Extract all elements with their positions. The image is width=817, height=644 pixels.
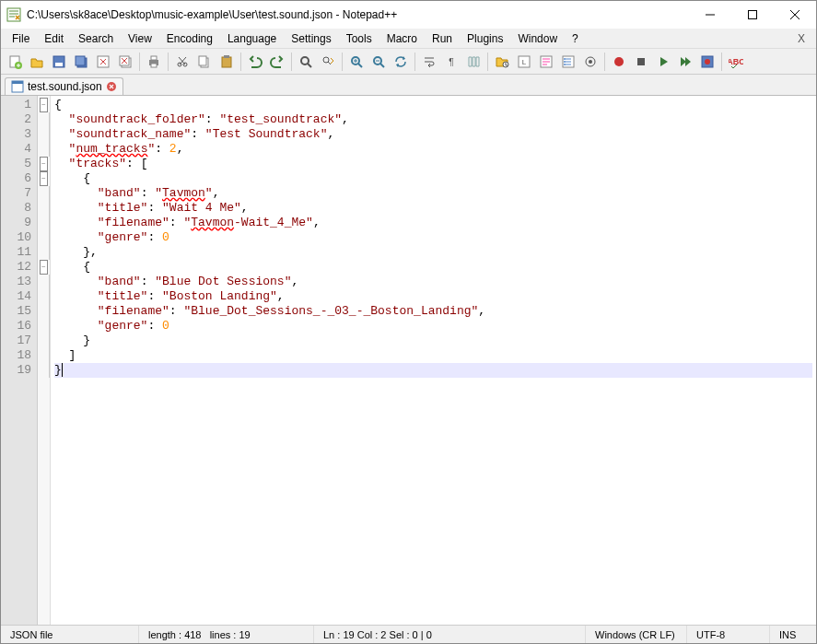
menu-close-x[interactable]: X: [790, 30, 812, 47]
minimize-button[interactable]: [689, 1, 731, 29]
fold-marker[interactable]: −: [38, 157, 50, 171]
fold-marker[interactable]: [38, 216, 50, 230]
line-number[interactable]: 10: [1, 230, 31, 245]
fold-marker[interactable]: [38, 348, 50, 363]
line-number[interactable]: 1: [1, 98, 31, 112]
toolbar-folder-icon[interactable]: [492, 52, 512, 72]
code-line[interactable]: "band": "Tavmon",: [54, 186, 812, 201]
toolbar-replace-icon[interactable]: [318, 52, 338, 72]
menu-edit[interactable]: Edit: [37, 30, 71, 47]
toolbar-copy-icon[interactable]: [194, 52, 215, 72]
toolbar-zoom-out-icon[interactable]: [368, 52, 389, 72]
code-line[interactable]: "soundtrack_name": "Test Soundtrack",: [54, 127, 812, 142]
fold-marker[interactable]: [38, 186, 50, 201]
menu-file[interactable]: File: [5, 30, 37, 47]
line-number[interactable]: 19: [1, 363, 31, 378]
toolbar-ud-lang-icon[interactable]: L: [514, 52, 534, 72]
toolbar-zoom-in-icon[interactable]: [346, 52, 367, 72]
tab-active[interactable]: test.sound.json: [5, 77, 123, 95]
line-number[interactable]: 7: [1, 186, 31, 201]
code-line[interactable]: "tracks": [: [54, 157, 812, 171]
toolbar-save-all-icon[interactable]: [71, 52, 91, 72]
close-button[interactable]: [774, 1, 816, 29]
toolbar-undo-icon[interactable]: [245, 52, 265, 72]
toolbar-spellcheck-icon[interactable]: ABC: [726, 52, 746, 72]
toolbar-print-icon[interactable]: [144, 52, 164, 72]
menu-plugins[interactable]: Plugins: [460, 30, 510, 47]
code-line[interactable]: "title": "Boston Landing",: [54, 289, 812, 304]
code-line[interactable]: "genre": 0: [54, 319, 812, 334]
toolbar-new-icon[interactable]: [5, 52, 25, 72]
toolbar-func-list-icon[interactable]: [558, 52, 578, 72]
menu-language[interactable]: Language: [220, 30, 284, 47]
toolbar-monitor-icon[interactable]: [580, 52, 601, 72]
menu-window[interactable]: Window: [510, 30, 565, 47]
toolbar-save-macro-icon[interactable]: [697, 52, 718, 72]
fold-column[interactable]: −−−−: [38, 96, 51, 625]
toolbar-doc-map-icon[interactable]: [536, 52, 556, 72]
fold-marker[interactable]: [38, 127, 50, 142]
fold-marker[interactable]: [38, 275, 50, 289]
toolbar-redo-icon[interactable]: [267, 52, 287, 72]
code-line[interactable]: {: [54, 98, 812, 112]
menu-macro[interactable]: Macro: [379, 30, 425, 47]
toolbar-show-all-icon[interactable]: ¶: [441, 52, 461, 72]
toolbar-play-multi-icon[interactable]: [675, 52, 695, 72]
toolbar-find-icon[interactable]: [296, 52, 316, 72]
code-line[interactable]: {: [54, 171, 812, 186]
line-number[interactable]: 16: [1, 319, 31, 334]
code-line[interactable]: "soundtrack_folder": "test_soundtrack",: [54, 112, 812, 127]
toolbar-open-icon[interactable]: [27, 52, 47, 72]
line-number[interactable]: 17: [1, 334, 31, 348]
code-line[interactable]: ]: [54, 348, 812, 363]
menu-run[interactable]: Run: [425, 30, 460, 47]
line-number[interactable]: 18: [1, 348, 31, 363]
fold-marker[interactable]: [38, 201, 50, 216]
menu-tools[interactable]: Tools: [339, 30, 379, 47]
toolbar-stop-icon[interactable]: [631, 52, 651, 72]
fold-marker[interactable]: [38, 245, 50, 260]
line-number[interactable]: 9: [1, 216, 31, 230]
menu-view[interactable]: View: [121, 30, 159, 47]
menu-encoding[interactable]: Encoding: [159, 30, 220, 47]
code-line[interactable]: }: [54, 363, 812, 378]
code-line[interactable]: "filename": "Tavmon-Wait_4_Me",: [54, 216, 812, 230]
menu-search[interactable]: Search: [71, 30, 121, 47]
toolbar-cut-icon[interactable]: [172, 52, 193, 72]
fold-marker[interactable]: [38, 230, 50, 245]
code-line[interactable]: "num_tracks": 2,: [54, 142, 812, 157]
code-line[interactable]: "band": "Blue Dot Sessions",: [54, 275, 812, 289]
fold-marker[interactable]: [38, 142, 50, 157]
toolbar-close-all-icon[interactable]: [115, 52, 135, 72]
tab-close-icon[interactable]: [106, 81, 117, 92]
toolbar-play-icon[interactable]: [653, 52, 673, 72]
line-number[interactable]: 14: [1, 289, 31, 304]
fold-marker[interactable]: [38, 304, 50, 319]
toolbar-record-icon[interactable]: [609, 52, 629, 72]
line-number[interactable]: 8: [1, 201, 31, 216]
fold-marker[interactable]: [38, 289, 50, 304]
toolbar-indent-guide-icon[interactable]: [463, 52, 484, 72]
code-line[interactable]: "title": "Wait 4 Me",: [54, 201, 812, 216]
toolbar-save-icon[interactable]: [49, 52, 69, 72]
code-line[interactable]: "genre": 0: [54, 230, 812, 245]
fold-marker[interactable]: [38, 363, 50, 378]
line-number[interactable]: 5: [1, 157, 31, 171]
code-line[interactable]: "filename": "Blue_Dot_Sessions_-_03_-_Bo…: [54, 304, 812, 319]
toolbar-paste-icon[interactable]: [216, 52, 237, 72]
line-number-gutter[interactable]: 12345678910111213141516171819: [1, 96, 38, 625]
menu-settings[interactable]: Settings: [284, 30, 338, 47]
line-number[interactable]: 3: [1, 127, 31, 142]
line-number[interactable]: 12: [1, 260, 31, 275]
code-line[interactable]: {: [54, 260, 812, 275]
fold-marker[interactable]: [38, 112, 50, 127]
fold-marker[interactable]: [38, 334, 50, 348]
maximize-button[interactable]: [731, 1, 774, 29]
code-line[interactable]: },: [54, 245, 812, 260]
line-number[interactable]: 6: [1, 171, 31, 186]
line-number[interactable]: 4: [1, 142, 31, 157]
line-number[interactable]: 15: [1, 304, 31, 319]
menu-help[interactable]: ?: [565, 30, 586, 47]
fold-marker[interactable]: −: [38, 260, 50, 275]
toolbar-close-icon[interactable]: [93, 52, 113, 72]
